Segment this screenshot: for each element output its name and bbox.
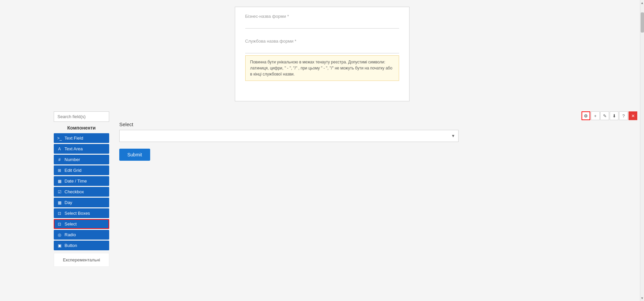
edit-icon: ✎ — [603, 113, 607, 118]
experimental-section: Експерементальні — [54, 253, 109, 267]
sidebar: Компоненти >_ Text Field A Text Area # N… — [54, 111, 109, 267]
select-field[interactable] — [119, 130, 459, 142]
download-button[interactable]: ⬇ — [610, 111, 618, 120]
date-time-icon: ▦ — [57, 179, 62, 184]
close-icon: ✕ — [631, 113, 635, 118]
search-input[interactable] — [54, 111, 109, 122]
form-card: Бізнес-назва форми * Службова назва форм… — [235, 7, 410, 101]
sidebar-item-label-edit-grid: Edit Grid — [65, 168, 82, 173]
close-button[interactable]: ✕ — [629, 111, 637, 120]
gear-icon: ⚙ — [584, 113, 588, 118]
experimental-label: Експерементальні — [63, 257, 100, 262]
business-name-field: Бізнес-назва форми * — [245, 14, 399, 29]
canvas-field-label: Select — [119, 121, 637, 127]
submit-button[interactable]: Submit — [119, 149, 150, 161]
scrollbar-thumb[interactable] — [641, 12, 644, 33]
text-area-icon: A — [57, 147, 62, 151]
plus-icon: + — [594, 113, 597, 118]
button-icon: ▣ — [57, 243, 62, 248]
text-field-icon: >_ — [57, 136, 62, 141]
hint-box: Повинна бути унікальною в межах тенауту … — [245, 55, 399, 81]
builder-area: Компоненти >_ Text Field A Text Area # N… — [0, 111, 644, 267]
select-wrapper: ▼ — [119, 130, 459, 142]
sidebar-item-label-select-boxes: Select Boxes — [65, 211, 90, 216]
service-name-label: Службова назва форми * — [245, 39, 399, 44]
components-title: Компоненти — [54, 122, 109, 133]
sidebar-item-date-time[interactable]: ▦ Date / Time — [54, 176, 109, 186]
sidebar-item-label-button: Button — [65, 243, 77, 248]
scroll-up-arrow[interactable]: ▲ — [641, 0, 644, 6]
sidebar-item-label-number: Number — [65, 157, 80, 162]
edit-button[interactable]: ✎ — [600, 111, 609, 120]
sidebar-item-button[interactable]: ▣ Button — [54, 241, 109, 250]
sidebar-item-label-date-time: Date / Time — [65, 179, 87, 184]
sidebar-item-text-field[interactable]: >_ Text Field — [54, 133, 109, 143]
components-list: >_ Text Field A Text Area # Number ⊞ Edi… — [54, 133, 109, 250]
sidebar-item-label-select: Select — [65, 221, 77, 227]
service-name-field: Службова назва форми * Повинна бути унік… — [245, 39, 399, 81]
select-boxes-icon: ⊡ — [57, 211, 62, 216]
day-icon: ▦ — [57, 200, 62, 205]
canvas-toolbar: ⚙ + ✎ ⬇ ? ✕ — [119, 111, 637, 120]
scrollbar: ▲ ▼ — [640, 0, 644, 301]
canvas-area: ⚙ + ✎ ⬇ ? ✕ Select — [109, 111, 644, 161]
sidebar-item-label-text-field: Text Field — [65, 136, 83, 141]
business-name-input[interactable] — [245, 20, 399, 29]
sidebar-item-number[interactable]: # Number — [54, 155, 109, 164]
gear-button[interactable]: ⚙ — [582, 111, 590, 120]
help-icon: ? — [622, 113, 625, 118]
download-icon: ⬇ — [612, 113, 616, 118]
sidebar-item-select[interactable]: ⊡ Select — [54, 219, 109, 229]
page-wrapper: Бізнес-назва форми * Службова назва форм… — [0, 0, 644, 301]
sidebar-item-checkbox[interactable]: ☑ Checkbox — [54, 187, 109, 197]
sidebar-item-day[interactable]: ▦ Day — [54, 198, 109, 207]
sidebar-item-label-day: Day — [65, 200, 72, 205]
scroll-down-arrow[interactable]: ▼ — [641, 295, 644, 301]
select-icon: ⊡ — [57, 222, 62, 227]
radio-icon: ◎ — [57, 233, 62, 237]
help-button[interactable]: ? — [619, 111, 628, 120]
sidebar-item-text-area[interactable]: A Text Area — [54, 144, 109, 154]
hint-text: Повинна бути унікальною в межах тенауту … — [250, 60, 392, 77]
sidebar-item-label-checkbox: Checkbox — [65, 189, 84, 194]
sidebar-item-radio[interactable]: ◎ Radio — [54, 230, 109, 240]
add-button[interactable]: + — [591, 111, 600, 120]
sidebar-item-label-radio: Radio — [65, 232, 76, 237]
number-icon: # — [57, 157, 62, 162]
checkbox-icon: ☑ — [57, 190, 62, 194]
sidebar-item-select-boxes[interactable]: ⊡ Select Boxes — [54, 208, 109, 218]
sidebar-item-edit-grid[interactable]: ⊞ Edit Grid — [54, 165, 109, 175]
business-name-label: Бізнес-назва форми * — [245, 14, 399, 19]
sidebar-item-label-text-area: Text Area — [65, 146, 83, 151]
service-name-input[interactable] — [245, 45, 399, 53]
edit-grid-icon: ⊞ — [57, 168, 62, 173]
